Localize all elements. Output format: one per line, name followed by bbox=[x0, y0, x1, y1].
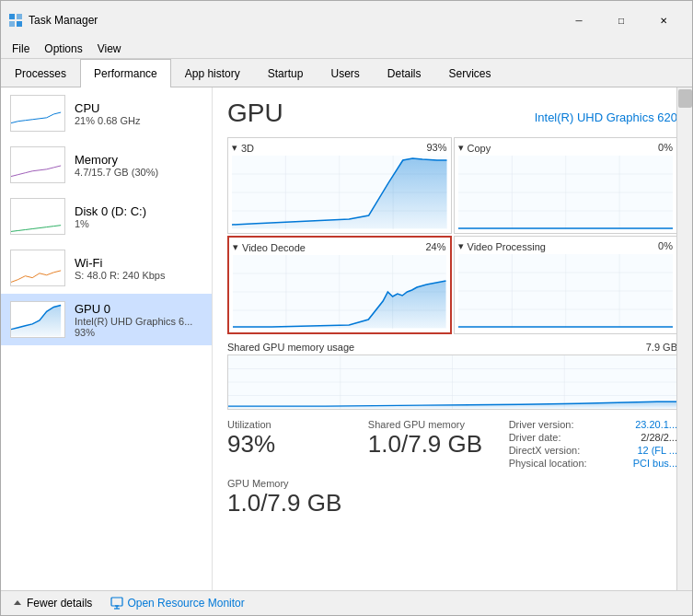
chart-copy-expand-icon: ▾ bbox=[458, 142, 464, 154]
content-area: CPU 21% 0.68 GHz Memory 4.7/15.7 GB (30%… bbox=[1, 87, 692, 590]
tab-services[interactable]: Services bbox=[435, 59, 505, 87]
svg-rect-2 bbox=[9, 21, 15, 27]
driver-date-key: Driver date: bbox=[509, 432, 561, 443]
tab-startup[interactable]: Startup bbox=[254, 59, 318, 87]
shared-gpu-memory-value: 1.0/7.9 GB bbox=[368, 430, 509, 459]
minimize-button[interactable]: ─ bbox=[558, 6, 600, 34]
disk-detail: 1% bbox=[75, 218, 202, 229]
tab-app-history[interactable]: App history bbox=[171, 59, 254, 87]
svg-rect-1 bbox=[17, 14, 22, 19]
menu-file[interactable]: File bbox=[5, 40, 37, 58]
shared-memory-value: 7.9 GB bbox=[646, 342, 677, 353]
cpu-name: CPU bbox=[75, 101, 202, 115]
chart-video-decode-header: ▾ Video Decode 24% bbox=[233, 241, 446, 253]
gpu-memory-value: 1.0/7.9 GB bbox=[227, 489, 677, 517]
disk-info: Disk 0 (D: C:) 1% bbox=[75, 204, 202, 229]
memory-info: Memory 4.7/15.7 GB (30%) bbox=[75, 153, 202, 178]
chart-3d-label: 3D bbox=[241, 143, 254, 154]
open-monitor-label: Open Resource Monitor bbox=[127, 597, 244, 610]
gpu-header: GPU Intel(R) UHD Graphics 620 bbox=[227, 99, 677, 128]
chart-3d-header: ▾ 3D 93% bbox=[232, 142, 447, 154]
gpu-utilization: 93% bbox=[75, 327, 202, 338]
scrollbar-thumb[interactable] bbox=[678, 89, 692, 108]
gpu-subtitle: Intel(R) UHD Graphics 620 bbox=[535, 110, 677, 124]
chart-3d[interactable]: ▾ 3D 93% bbox=[227, 137, 452, 234]
stat-shared-gpu-memory: Shared GPU memory 1.0/7.9 GB bbox=[368, 419, 509, 471]
tab-details[interactable]: Details bbox=[374, 59, 435, 87]
title-bar: Task Manager ─ □ ✕ bbox=[1, 1, 692, 40]
info-block: Driver version: 23.20.1... Driver date: … bbox=[509, 419, 677, 471]
tab-processes[interactable]: Processes bbox=[1, 59, 80, 87]
physical-val[interactable]: PCI bus... bbox=[633, 458, 677, 469]
memory-detail: 4.7/15.7 GB (30%) bbox=[75, 167, 202, 178]
svg-rect-0 bbox=[9, 14, 15, 19]
memory-thumb bbox=[10, 146, 65, 183]
gpu-info: GPU 0 Intel(R) UHD Graphics 6... 93% bbox=[75, 302, 202, 338]
driver-version-val[interactable]: 23.20.1... bbox=[635, 419, 677, 430]
shared-memory-section: Shared GPU memory usage 7.9 GB bbox=[227, 342, 677, 410]
directx-val[interactable]: 12 (FL ... bbox=[637, 445, 677, 456]
chart-copy-percent: 0% bbox=[658, 142, 673, 154]
menu-options[interactable]: Options bbox=[37, 40, 89, 58]
chart-video-processing-expand-icon: ▾ bbox=[458, 240, 464, 252]
tab-performance[interactable]: Performance bbox=[80, 59, 171, 87]
gpu-memory-section: GPU Memory 1.0/7.9 GB bbox=[227, 478, 677, 517]
open-resource-monitor-button[interactable]: Open Resource Monitor bbox=[110, 597, 244, 610]
wifi-name: Wi-Fi bbox=[75, 256, 202, 270]
bottom-bar: Fewer details Open Resource Monitor bbox=[1, 590, 692, 615]
gpu-memory-label: GPU Memory bbox=[227, 478, 677, 489]
chart-copy-label: Copy bbox=[468, 143, 491, 154]
sidebar-item-gpu[interactable]: GPU 0 Intel(R) UHD Graphics 6... 93% bbox=[1, 294, 212, 345]
close-button[interactable]: ✕ bbox=[642, 6, 685, 34]
sidebar-item-memory[interactable]: Memory 4.7/15.7 GB (30%) bbox=[1, 139, 212, 191]
maximize-button[interactable]: □ bbox=[600, 6, 642, 34]
stat-utilization: Utilization 93% bbox=[227, 419, 368, 471]
chart-3d-area bbox=[232, 156, 447, 229]
info-driver-date: Driver date: 2/28/2... bbox=[509, 432, 677, 443]
chart-video-processing-area bbox=[458, 254, 674, 328]
chevron-up-icon bbox=[12, 598, 23, 609]
shared-gpu-memory-label: Shared GPU memory bbox=[368, 419, 509, 430]
chart-video-decode-area bbox=[233, 255, 446, 329]
cpu-thumb bbox=[10, 95, 65, 132]
disk-thumb bbox=[10, 198, 65, 235]
driver-date-val: 2/28/2... bbox=[641, 432, 677, 443]
chart-copy-area bbox=[458, 156, 674, 229]
chart-video-processing[interactable]: ▾ Video Processing 0% bbox=[454, 236, 678, 334]
cpu-info: CPU 21% 0.68 GHz bbox=[75, 101, 202, 126]
app-icon bbox=[8, 13, 23, 28]
menu-bar: File Options View bbox=[1, 40, 692, 59]
gpu-title: GPU bbox=[227, 99, 283, 128]
fewer-details-label: Fewer details bbox=[27, 597, 92, 610]
main-scrollbar[interactable] bbox=[676, 87, 692, 590]
chart-copy[interactable]: ▾ Copy 0% bbox=[454, 137, 678, 234]
gpu-name: GPU 0 bbox=[75, 302, 202, 316]
menu-view[interactable]: View bbox=[90, 40, 129, 58]
chart-copy-header: ▾ Copy 0% bbox=[458, 142, 674, 154]
title-text: Task Manager bbox=[29, 14, 98, 27]
info-physical: Physical location: PCI bus... bbox=[509, 458, 677, 469]
wifi-detail: S: 48.0 R: 240 Kbps bbox=[75, 270, 202, 281]
svg-rect-3 bbox=[17, 21, 22, 27]
shared-memory-header: Shared GPU memory usage 7.9 GB bbox=[227, 342, 677, 353]
wifi-info: Wi-Fi S: 48.0 R: 240 Kbps bbox=[75, 256, 202, 281]
gpu-detail: Intel(R) UHD Graphics 6... bbox=[75, 316, 202, 327]
chart-video-decode[interactable]: ▾ Video Decode 24% bbox=[227, 236, 452, 334]
stats-row: Utilization 93% Shared GPU memory 1.0/7.… bbox=[227, 419, 677, 471]
disk-name: Disk 0 (D: C:) bbox=[75, 204, 202, 218]
svg-marker-38 bbox=[14, 600, 21, 605]
memory-name: Memory bbox=[75, 153, 202, 167]
svg-rect-39 bbox=[111, 598, 122, 606]
sidebar-item-disk[interactable]: Disk 0 (D: C:) 1% bbox=[1, 191, 212, 242]
main-panel: GPU Intel(R) UHD Graphics 620 ▾ 3D 93% bbox=[213, 87, 692, 590]
chart-video-decode-expand-icon: ▾ bbox=[233, 241, 238, 253]
chart-3d-expand-icon: ▾ bbox=[232, 142, 237, 154]
sidebar-item-wifi[interactable]: Wi-Fi S: 48.0 R: 240 Kbps bbox=[1, 242, 212, 294]
driver-version-key: Driver version: bbox=[509, 419, 574, 430]
wifi-thumb bbox=[10, 250, 65, 286]
info-directx: DirectX version: 12 (FL ... bbox=[509, 445, 677, 456]
tab-users[interactable]: Users bbox=[317, 59, 373, 87]
sidebar-item-cpu[interactable]: CPU 21% 0.68 GHz bbox=[1, 87, 212, 139]
fewer-details-button[interactable]: Fewer details bbox=[12, 597, 92, 610]
chart-video-decode-percent: 24% bbox=[425, 241, 445, 253]
